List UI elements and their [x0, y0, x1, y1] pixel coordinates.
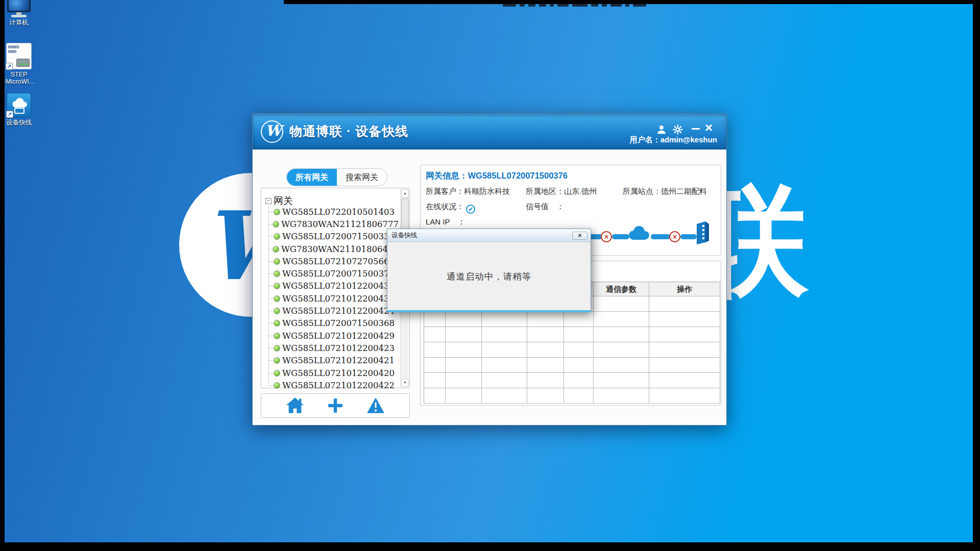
table-row — [424, 388, 720, 404]
dialog-close-button[interactable]: ✕ — [572, 232, 587, 240]
home-button[interactable] — [286, 397, 304, 414]
table-cell — [527, 388, 564, 404]
dialog-titlebar: 设备快线 — [387, 229, 591, 242]
tree-branch — [268, 212, 273, 212]
tree-branch — [268, 385, 273, 386]
link-segment — [651, 234, 670, 239]
status-led-icon — [274, 209, 280, 215]
table-cell — [482, 388, 527, 404]
letterbox-right — [973, 0, 980, 551]
tree-item[interactable]: WG585LL0721012200424 — [268, 305, 399, 317]
tree-item[interactable]: WG585LL0721072705666 — [268, 255, 399, 267]
gateway-id-label: WG585LL0721012200433 — [282, 281, 395, 291]
close-button[interactable]: × — [705, 121, 713, 134]
table-cell — [594, 373, 649, 388]
status-led-icon — [273, 221, 279, 228]
status-led-icon — [274, 333, 280, 339]
tree-item[interactable]: WG585LL0720071500368 — [268, 317, 399, 330]
tree-item[interactable]: WG585LL0721012200433 — [268, 280, 399, 292]
tree-branch — [268, 373, 273, 373]
tree-item[interactable]: WG7830WAN21121806777 — [268, 218, 399, 230]
desktop-icon-computer[interactable]: 计算机 — [0, 0, 38, 26]
tree-item[interactable]: WG585LL0721012200420 — [268, 367, 399, 379]
scroll-down-button[interactable]: ▼ — [401, 379, 409, 387]
table-row — [424, 373, 720, 388]
table-cell — [424, 327, 446, 342]
user-icon[interactable] — [656, 124, 667, 135]
tree-branch — [268, 273, 273, 274]
status-led-icon — [274, 295, 280, 302]
tree-item[interactable]: WG7830WAN21101806458 — [268, 243, 399, 255]
tree-item[interactable]: WG585LL0722010501403 — [268, 206, 399, 218]
desktop-icon-label: 设备快线 — [0, 119, 38, 126]
gateway-id-label: WG585LL0721012200420 — [282, 368, 395, 378]
table-cell — [649, 388, 720, 404]
table-cell — [649, 342, 720, 358]
gateway-id-label: WG585LL0721012200424 — [282, 306, 395, 316]
tab-all-gateways[interactable]: 所有网关 — [287, 169, 337, 186]
table-cell — [424, 358, 446, 373]
tree-item[interactable]: WG585LL0721012200423 — [268, 342, 399, 354]
tree-branch — [268, 286, 273, 286]
computer-icon — [0, 0, 38, 17]
gateway-id-label: WG585LL0721012200423 — [282, 343, 395, 353]
table-cell — [649, 373, 720, 388]
gear-icon[interactable] — [672, 124, 683, 135]
tree-branch — [268, 323, 273, 323]
app-logo-icon: W✦ — [261, 120, 283, 143]
signal-field: 信号值 ： — [526, 202, 564, 212]
status-led-icon — [274, 233, 280, 240]
collapse-icon[interactable]: − — [265, 198, 272, 204]
table-row — [424, 342, 720, 358]
username-label: 用户名：admin@keshun — [630, 135, 717, 145]
app-title: 物通博联 · 设备快线 — [289, 123, 408, 140]
tab-search-gateways[interactable]: 搜索网关 — [337, 169, 387, 186]
status-led-icon — [274, 370, 280, 377]
region-field: 所属地区：山东.德州 — [526, 187, 597, 196]
tree-item[interactable]: WG585LL0721012200422 — [268, 379, 399, 391]
status-led-icon — [274, 270, 280, 277]
desktop-icon-label: STEP-MicroWI... — [0, 71, 38, 85]
scroll-up-button[interactable]: ▲ — [401, 189, 409, 197]
desktop-icon-label: 计算机 — [0, 19, 38, 26]
gateway-id-label: WG585LL0720071500337 — [282, 232, 395, 241]
letterbox-top — [284, 0, 980, 4]
tree-branch — [268, 236, 273, 237]
cloud-icon — [627, 226, 651, 241]
shortcut-arrow-icon: ↗ — [6, 63, 13, 70]
tree-item[interactable]: WG585LL0721012200421 — [268, 355, 399, 367]
table-cell — [527, 342, 564, 358]
tree-item[interactable]: WG585LL0720071500376 — [268, 267, 399, 280]
server-icon — [695, 221, 709, 245]
gateway-id: WG585LL0720071500376 — [468, 171, 568, 180]
table-row — [424, 312, 720, 327]
table-cell — [424, 388, 446, 404]
table-cell — [482, 358, 527, 373]
alarm-button[interactable] — [366, 397, 385, 414]
table-cell — [649, 358, 720, 373]
dialog-message: 通道启动中，请稍等 — [387, 242, 591, 310]
table-cell — [649, 296, 720, 312]
progress-dialog: 设备快线 ✕ 通道启动中，请稍等 — [387, 229, 591, 312]
minimize-button[interactable] — [692, 128, 700, 130]
status-led-icon — [274, 345, 280, 352]
tree-item[interactable]: WG585LL0720071500337 — [268, 231, 399, 243]
add-button[interactable] — [326, 397, 345, 414]
link-error-icon: × — [669, 231, 680, 242]
table-cell — [594, 312, 649, 327]
lan-ip-field: LAN IP ： — [426, 217, 465, 227]
desktop-icon-device-express[interactable]: ↗ 设备快线 — [0, 93, 38, 126]
table-cell — [446, 388, 482, 404]
table-cell — [527, 358, 564, 373]
tree-item[interactable]: WG585LL0721012200429 — [268, 330, 399, 342]
site-field: 所属站点：德州二期配料 — [623, 187, 707, 196]
tree-branch — [268, 311, 273, 311]
table-cell — [564, 388, 594, 404]
desktop-icon-step7[interactable]: HHHOHHO ↗ STEP-MicroWI... — [0, 43, 38, 85]
table-cell — [649, 327, 720, 342]
table-cell — [594, 342, 649, 358]
tree-branch — [268, 249, 272, 249]
table-cell — [564, 342, 594, 358]
tree-item[interactable]: WG585LL0721012200432 — [268, 292, 399, 305]
bottom-toolbar — [261, 393, 410, 418]
